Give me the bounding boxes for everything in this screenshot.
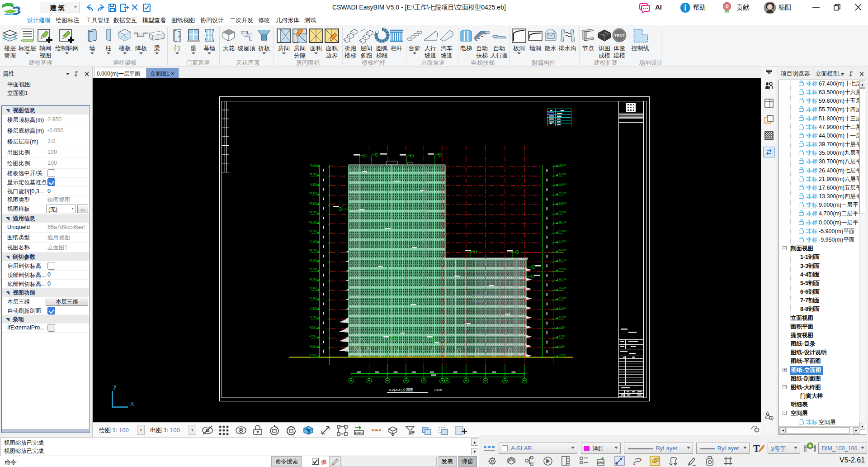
svg-text:4.700: 4.700 [559,335,565,338]
svg-text:59.600: 59.600 [559,211,566,214]
svg-text:0.000: 0.000 [559,344,565,347]
svg-text:35.000: 35.000 [559,268,566,271]
svg-text:T: T [753,443,760,454]
svg-text:55.700: 55.700 [309,220,317,223]
svg-text:39.700: 39.700 [559,258,566,261]
svg-text:DWG: DWG [597,461,604,464]
svg-text:13.300: 13.300 [559,316,566,319]
svg-text:DWG: DWG [355,431,363,434]
svg-text:39.700: 39.700 [309,258,317,261]
svg-text:y: y [113,383,117,390]
svg-text:59.600: 59.600 [309,211,317,214]
svg-text:71.300: 71.300 [559,182,566,185]
svg-text:67.400: 67.400 [309,192,317,195]
svg-text:0.000: 0.000 [309,344,316,347]
svg-text:9.000: 9.000 [309,325,316,328]
svg-text:47.900: 47.900 [309,239,317,242]
svg-text:30.700: 30.700 [309,277,317,280]
svg-text:78.000: 78.000 [559,163,566,166]
svg-text:-0.050: -0.050 [559,354,566,357]
svg-text:55.700: 55.700 [559,220,566,223]
svg-text:21.900: 21.900 [309,297,317,300]
svg-text:63.500: 63.500 [309,201,317,204]
svg-text:71.300: 71.300 [309,182,317,185]
svg-text:51.800: 51.800 [559,230,566,233]
svg-text:26.400: 26.400 [559,287,566,290]
svg-text:51.800: 51.800 [309,230,317,233]
svg-text:74.500: 74.500 [309,173,317,176]
svg-text:47.900: 47.900 [559,239,566,242]
svg-text:13.300: 13.300 [309,316,317,319]
svg-text:1:100: 1:100 [434,388,442,391]
svg-text:30.700: 30.700 [559,277,566,280]
svg-text:67.400: 67.400 [559,192,566,195]
svg-text:-0.050: -0.050 [309,354,316,357]
svg-text:9.000: 9.000 [559,325,565,328]
svg-text:21.900: 21.900 [559,297,566,300]
svg-text:35.000: 35.000 [309,268,317,271]
svg-text:26.400: 26.400 [309,287,317,290]
svg-text:X: X [130,400,134,407]
svg-text:1: 1 [726,4,728,9]
svg-text:17.600: 17.600 [559,306,566,309]
svg-text:78.000: 78.000 [309,163,317,166]
svg-text:74.500: 74.500 [559,173,566,176]
svg-text:4-2(A-E)立面图: 4-2(A-E)立面图 [389,388,413,392]
svg-text:17.600: 17.600 [309,306,317,309]
svg-text:44.000: 44.000 [309,249,317,252]
svg-text:TEST: TEST [614,33,625,38]
svg-text:63.500: 63.500 [559,201,566,204]
svg-text:4.700: 4.700 [309,335,316,338]
svg-text:44.000: 44.000 [559,249,566,252]
